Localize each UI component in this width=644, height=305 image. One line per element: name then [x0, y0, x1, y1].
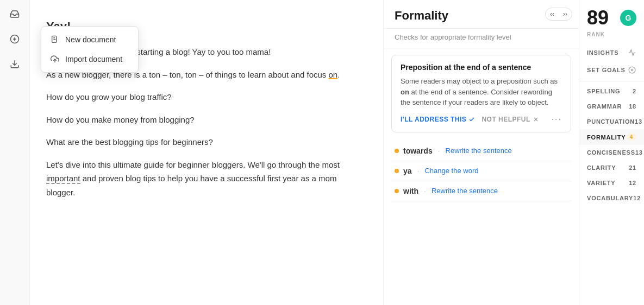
highlighted-word-important: important	[46, 174, 80, 184]
nav-item-formality[interactable]: FORMALITY 4	[579, 129, 644, 145]
para-4: How do you make money from blogging?	[46, 113, 367, 127]
grammarly-avatar: G	[620, 10, 636, 26]
more-options[interactable]: ···	[552, 115, 562, 124]
issue-action-with[interactable]: Rewrite the sentence	[432, 187, 498, 195]
highlighted-word-on: on	[329, 70, 338, 79]
issue-item-with: with · Rewrite the sentence	[391, 181, 571, 201]
nav-item-set-goals[interactable]: SET GOALS	[579, 61, 644, 79]
nav-item-punctuation[interactable]: PUNCTUATION 13	[579, 114, 644, 129]
download-icon[interactable]	[6, 55, 23, 73]
svg-point-10	[629, 67, 635, 73]
para-6: Let's dive into this ultimate guide for …	[46, 158, 367, 200]
inbox-icon[interactable]	[6, 5, 23, 23]
issue-word-ya: ya	[403, 167, 412, 175]
next-arrow[interactable]: ››	[559, 8, 572, 20]
goals-icon	[628, 66, 636, 74]
dropdown-menu: New document Import document	[41, 26, 139, 73]
file-icon	[50, 35, 60, 45]
issue-item-ya: ya · Change the word	[391, 161, 571, 181]
issue-word-with: with	[403, 187, 418, 195]
issue-item-towards: towards · Rewrite the sentence	[391, 141, 571, 161]
score-header: 89 G	[579, 7, 644, 31]
dismiss-action[interactable]: NOT HELPFUL	[482, 116, 539, 123]
main-content: New document Import document Yay! Or, yo…	[30, 0, 383, 305]
import-document-label: Import document	[65, 55, 122, 63]
prev-arrow[interactable]: ‹‹	[546, 8, 559, 20]
new-document-item[interactable]: New document	[41, 30, 138, 49]
add-icon[interactable]	[6, 30, 23, 48]
nav-item-vocabulary[interactable]: VOCABULARY 12	[579, 190, 644, 206]
para-3: How do you grow your blog traffic?	[46, 90, 367, 104]
issue-action-towards[interactable]: Rewrite the sentence	[446, 147, 512, 155]
nav-item-clarity[interactable]: CLARITY 21	[579, 160, 644, 175]
new-document-label: New document	[65, 35, 116, 44]
issue-card-body: Some readers may object to a preposition…	[401, 76, 562, 108]
formality-panel: ‹‹ ›› Formality 4 Checks for appropriate…	[383, 0, 579, 305]
issue-list: towards · Rewrite the sentence ya · Chan…	[384, 139, 579, 204]
svg-point-11	[631, 69, 633, 71]
issue-card-title: Preposition at the end of a sentence	[401, 63, 562, 72]
insights-icon	[628, 48, 636, 57]
nav-item-insights[interactable]: INSIGHTS	[579, 44, 644, 61]
issue-dot-with	[395, 189, 399, 193]
formality-description: Checks for appropriate formality level	[384, 29, 579, 48]
issue-card: Preposition at the end of a sentence Som…	[391, 55, 571, 132]
score-number: 89	[587, 7, 609, 29]
body-suffix: at the end of a sentence. Consider rewor…	[401, 88, 552, 107]
bold-word: on	[401, 88, 409, 96]
issue-action-ya[interactable]: Change the word	[424, 167, 478, 175]
para-5: What are the best blogging tips for begi…	[46, 135, 367, 149]
upload-icon	[50, 54, 60, 64]
nav-item-spelling[interactable]: SPELLING 2	[579, 84, 644, 99]
body-prefix: Some readers may object to a preposition…	[401, 77, 558, 85]
score-sidebar: 89 G RANK INSIGHTS SET GOALS SPELLING 2 …	[579, 0, 644, 305]
formality-title: Formality	[395, 9, 448, 23]
rank-label: RANK	[579, 31, 644, 44]
address-action[interactable]: I'LL ADDRESS THIS	[401, 116, 475, 123]
nav-item-grammar[interactable]: GRAMMAR 18	[579, 99, 644, 114]
issue-dot	[395, 149, 399, 153]
issue-word-towards: towards	[403, 147, 433, 155]
nav-item-variety[interactable]: VARIETY 12	[579, 175, 644, 190]
nav-arrows: ‹‹ ››	[545, 8, 572, 21]
nav-item-conciseness[interactable]: CONCISENESS 13	[579, 145, 644, 160]
issue-card-actions: I'LL ADDRESS THIS NOT HELPFUL ···	[401, 115, 562, 124]
import-document-item[interactable]: Import document	[41, 49, 138, 69]
issue-dot-ya	[395, 169, 399, 173]
left-sidebar	[0, 0, 30, 305]
